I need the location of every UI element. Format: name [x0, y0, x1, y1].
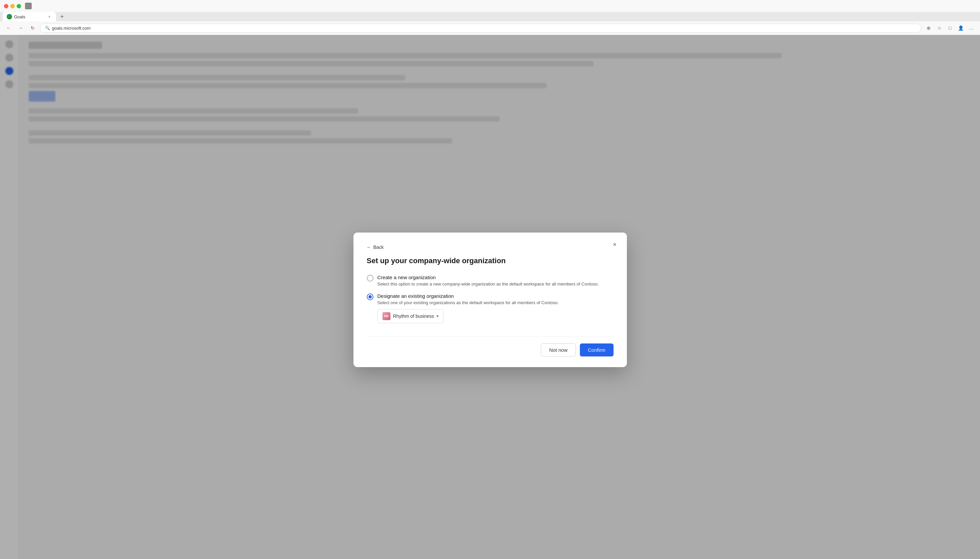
- tab-bar: 🌿 Goals × +: [0, 12, 980, 22]
- forward-button[interactable]: →: [16, 23, 25, 33]
- organization-dropdown[interactable]: RB Rhythm of business ▾: [378, 309, 444, 323]
- modal-back-button[interactable]: ← Back: [367, 245, 384, 250]
- option-designate-existing-title: Designate an existing organization: [378, 293, 559, 299]
- option-create-new[interactable]: Create a new organization Select this op…: [367, 275, 614, 286]
- minimize-window-button[interactable]: [10, 4, 15, 8]
- browser-chrome: 🌿 Goals × + ← → ↻ 🔍 goals.microsoft.com …: [0, 0, 980, 35]
- search-icon: 🔍: [45, 26, 50, 30]
- org-dropdown-label: Rhythm of business: [393, 314, 434, 319]
- radio-create-new[interactable]: [367, 275, 373, 281]
- modal-overlay: ← Back × Set up your company-wide organi…: [0, 35, 980, 559]
- option-create-new-text: Create a new organization Select this op…: [378, 275, 599, 286]
- refresh-button[interactable]: ↻: [28, 23, 37, 33]
- fullscreen-window-button[interactable]: [17, 4, 21, 8]
- back-label: Back: [373, 245, 384, 250]
- nav-bar: ← → ↻ 🔍 goals.microsoft.com ⊕ ☆ □ 👤 …: [0, 22, 980, 35]
- active-tab[interactable]: 🌿 Goals ×: [3, 12, 56, 22]
- profile-button[interactable]: 👤: [956, 23, 965, 33]
- favorites-button[interactable]: ☆: [935, 23, 944, 33]
- confirm-button[interactable]: Confirm: [580, 344, 614, 356]
- org-avatar-letters: RB: [384, 314, 388, 318]
- back-arrow-icon: ←: [367, 245, 371, 250]
- sidebar-toggle-button[interactable]: [25, 3, 32, 9]
- back-button[interactable]: ←: [4, 23, 13, 33]
- option-designate-existing-desc: Select one of your existing organization…: [378, 300, 559, 305]
- tab-title: Goals: [14, 14, 25, 19]
- address-bar[interactable]: 🔍 goals.microsoft.com: [40, 24, 921, 33]
- radio-selected-dot: [368, 295, 372, 298]
- nav-actions: ⊕ ☆ □ 👤 …: [924, 23, 976, 33]
- not-now-button[interactable]: Not now: [541, 344, 576, 356]
- extensions-button[interactable]: ⊕: [924, 23, 933, 33]
- collections-button[interactable]: □: [945, 23, 955, 33]
- setup-organization-modal: ← Back × Set up your company-wide organi…: [353, 233, 627, 367]
- tab-close-button[interactable]: ×: [47, 14, 52, 19]
- traffic-lights: [4, 4, 21, 8]
- browser-titlebar: [0, 0, 980, 12]
- org-avatar: RB: [383, 312, 390, 320]
- new-tab-button[interactable]: +: [57, 12, 67, 22]
- option-designate-existing[interactable]: Designate an existing organization Selec…: [367, 293, 614, 323]
- modal-title: Set up your company-wide organization: [367, 256, 614, 265]
- tab-favicon: 🌿: [7, 14, 12, 19]
- close-window-button[interactable]: [4, 4, 8, 8]
- tab-favicon-letter: 🌿: [8, 15, 11, 18]
- option-create-new-title: Create a new organization: [378, 275, 599, 280]
- option-designate-existing-text: Designate an existing organization Selec…: [378, 293, 559, 305]
- option-create-new-desc: Select this option to create a new compa…: [378, 281, 599, 286]
- modal-footer: Not now Confirm: [367, 336, 614, 356]
- menu-button[interactable]: …: [967, 23, 976, 33]
- chevron-down-icon: ▾: [436, 314, 438, 319]
- modal-close-button[interactable]: ×: [610, 239, 620, 250]
- radio-designate-existing[interactable]: [367, 293, 373, 300]
- address-text: goals.microsoft.com: [52, 26, 91, 31]
